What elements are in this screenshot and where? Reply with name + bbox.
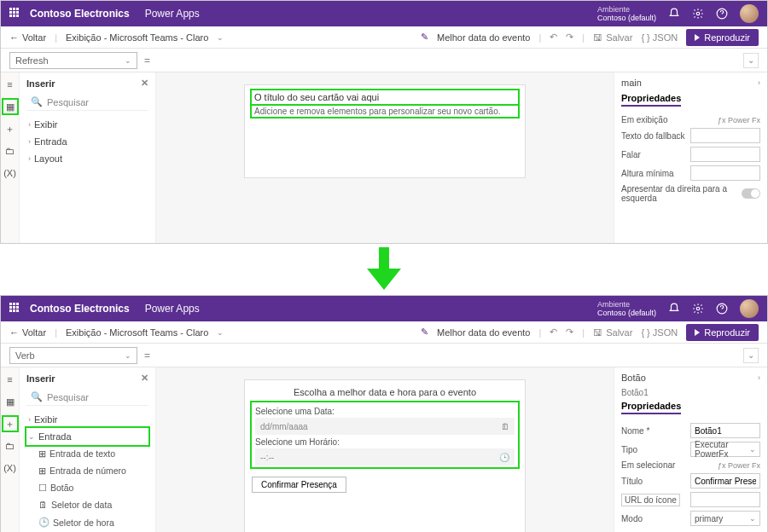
time-label: Selecione um Horário: bbox=[255, 437, 515, 447]
title-field[interactable]: Melhor data do evento bbox=[437, 327, 530, 338]
iconurl-input[interactable] bbox=[690, 492, 760, 507]
card-heading[interactable]: Escolha a melhor data e hora para o even… bbox=[252, 387, 518, 397]
canvas[interactable]: Escolha a melhor data e hora para o even… bbox=[156, 367, 614, 532]
waffle-icon[interactable] bbox=[9, 8, 21, 20]
bell-icon[interactable] bbox=[668, 8, 680, 20]
properties-pane: Botão› Botão1 Propriedades Nome * TipoEx… bbox=[614, 367, 767, 532]
close-icon[interactable]: ✕ bbox=[141, 373, 148, 384]
expand-formula-icon[interactable]: ⌄ bbox=[743, 348, 759, 363]
insert-icon[interactable]: ▦ bbox=[3, 100, 17, 113]
element-id: Botão1 bbox=[621, 388, 760, 397]
name-input[interactable] bbox=[690, 423, 760, 438]
tab-properties[interactable]: Propriedades bbox=[621, 93, 681, 107]
search-input[interactable]: 🔍Pesquisar bbox=[26, 94, 148, 111]
bell-icon[interactable] bbox=[668, 303, 680, 315]
card-preview[interactable]: O título do seu cartão vai aqui Adicione… bbox=[244, 84, 526, 178]
tree-item-exibir[interactable]: ›Exibir bbox=[26, 116, 148, 133]
variables-icon[interactable]: (X) bbox=[3, 461, 17, 475]
brand: Contoso Electronics bbox=[30, 8, 130, 20]
date-label: Selecione uma Data: bbox=[255, 407, 515, 416]
json-button[interactable]: { } JSON bbox=[641, 327, 678, 338]
calendar-icon[interactable]: 🗓 bbox=[501, 422, 509, 431]
expand-icon[interactable]: › bbox=[758, 78, 760, 87]
formula-bar: Refresh⌄ = ⌄ bbox=[1, 49, 767, 72]
type-select[interactable]: Executar PowerFx⌄ bbox=[690, 442, 760, 457]
canvas[interactable]: O título do seu cartão vai aqui Adicione… bbox=[156, 72, 614, 243]
product-name: Power Apps bbox=[145, 8, 200, 20]
play-button[interactable]: Reproduzir bbox=[686, 29, 759, 46]
save-button[interactable]: 🖫 Salvar bbox=[593, 32, 632, 43]
subitem-time-picker[interactable]: 🕒 Seletor de hora bbox=[26, 513, 148, 531]
search-input[interactable]: 🔍Pesquisar bbox=[26, 389, 148, 406]
mode-select[interactable]: primary⌄ bbox=[690, 511, 760, 526]
property-selector[interactable]: Refresh⌄ bbox=[9, 52, 137, 69]
tree-view-icon[interactable]: ≡ bbox=[3, 78, 17, 91]
subitem-number-input[interactable]: ⊞ Entrada de número bbox=[26, 462, 148, 479]
close-icon[interactable]: ✕ bbox=[141, 78, 148, 89]
gear-icon[interactable] bbox=[692, 8, 704, 20]
waffle-icon[interactable] bbox=[9, 303, 21, 315]
tree-item-entrada[interactable]: ⌄Entrada bbox=[26, 428, 148, 445]
add-icon[interactable]: ＋ bbox=[3, 122, 17, 136]
minheight-input[interactable] bbox=[690, 165, 760, 181]
environment-picker[interactable]: Ambiente Contoso (default) bbox=[597, 5, 656, 22]
back-button[interactable]: ←Voltar bbox=[9, 327, 46, 338]
insert-icon[interactable]: ▦ bbox=[3, 395, 17, 408]
selected-element: main bbox=[621, 78, 642, 88]
tree-view-icon[interactable]: ≡ bbox=[3, 373, 17, 386]
command-bar: ←Voltar | Exibição - Microsoft Teams - C… bbox=[1, 26, 767, 49]
subitem-text-input[interactable]: ⊞ Entrada de texto bbox=[26, 445, 148, 462]
breadcrumb[interactable]: Exibição - Microsoft Teams - Claro bbox=[66, 327, 208, 338]
undo-button[interactable]: ↶ bbox=[550, 32, 557, 43]
subitem-date-picker[interactable]: 🗓 Seletor de data bbox=[26, 496, 148, 513]
brand: Contoso Electronics bbox=[30, 303, 130, 315]
time-input[interactable]: --:--🕒 bbox=[255, 448, 515, 466]
add-icon[interactable]: ＋ bbox=[3, 417, 17, 431]
selected-element: Botão bbox=[621, 373, 646, 383]
expand-formula-icon[interactable]: ⌄ bbox=[743, 53, 759, 68]
fallback-input[interactable] bbox=[690, 128, 760, 143]
avatar[interactable] bbox=[740, 4, 759, 23]
help-icon[interactable] bbox=[716, 303, 728, 315]
tree-item-layout[interactable]: ›Layout bbox=[26, 150, 148, 167]
undo-button[interactable]: ↶ bbox=[550, 327, 557, 338]
save-button[interactable]: 🖫 Salvar bbox=[593, 327, 632, 338]
help-icon[interactable] bbox=[716, 8, 728, 20]
card-subtitle[interactable]: Adicione e remova elementos para persona… bbox=[252, 106, 518, 117]
json-button[interactable]: { } JSON bbox=[641, 32, 678, 43]
left-rail: ≡ ▦ ＋ 🗀 (X) bbox=[1, 367, 20, 532]
data-icon[interactable]: 🗀 bbox=[3, 439, 17, 453]
confirm-button[interactable]: Confirmar Presença bbox=[252, 477, 346, 493]
gear-icon[interactable] bbox=[692, 303, 704, 315]
insert-pane: Inserir✕ 🔍Pesquisar ›Exibir ⌄Entrada ⊞ E… bbox=[20, 367, 156, 532]
title-input[interactable] bbox=[690, 473, 760, 489]
play-button[interactable]: Reproduzir bbox=[686, 324, 759, 341]
date-input[interactable]: dd/mm/aaaa🗓 bbox=[255, 418, 515, 435]
speak-input[interactable] bbox=[690, 147, 760, 162]
back-button[interactable]: ←Voltar bbox=[9, 32, 46, 43]
redo-button[interactable]: ↷ bbox=[566, 327, 573, 338]
subitem-button[interactable]: ☐ Botão bbox=[26, 479, 148, 496]
title-field[interactable]: Melhor data do evento bbox=[437, 32, 530, 43]
clock-icon[interactable]: 🕒 bbox=[499, 453, 509, 462]
environment-picker[interactable]: Ambiente Contoso (default) bbox=[597, 300, 656, 317]
app-header: Contoso Electronics Power Apps Ambiente … bbox=[1, 296, 767, 321]
insert-pane: Inserir✕ 🔍Pesquisar ›Exibir ›Entrada ›La… bbox=[20, 72, 156, 243]
data-icon[interactable]: 🗀 bbox=[3, 144, 17, 158]
product-name: Power Apps bbox=[145, 303, 200, 315]
rtl-toggle[interactable] bbox=[742, 188, 760, 199]
app-header: Contoso Electronics Power Apps Ambiente … bbox=[1, 1, 767, 26]
left-rail: ≡ ▦ ＋ 🗀 (X) bbox=[1, 72, 20, 243]
property-selector[interactable]: Verb⌄ bbox=[9, 347, 137, 364]
redo-button[interactable]: ↷ bbox=[566, 32, 573, 43]
tab-properties[interactable]: Propriedades bbox=[621, 401, 681, 414]
breadcrumb[interactable]: Exibição - Microsoft Teams - Claro bbox=[66, 32, 208, 43]
expand-icon[interactable]: › bbox=[758, 373, 760, 382]
card-preview[interactable]: Escolha a melhor data e hora para o even… bbox=[244, 379, 526, 532]
properties-pane: main› Propriedades Em exibiçãoƒx Power F… bbox=[614, 72, 767, 243]
variables-icon[interactable]: (X) bbox=[3, 166, 17, 180]
tree-item-exibir[interactable]: ›Exibir bbox=[26, 411, 148, 428]
card-title[interactable]: O título do seu cartão vai aqui bbox=[252, 90, 518, 104]
avatar[interactable] bbox=[740, 299, 759, 318]
tree-item-entrada[interactable]: ›Entrada bbox=[26, 133, 148, 150]
